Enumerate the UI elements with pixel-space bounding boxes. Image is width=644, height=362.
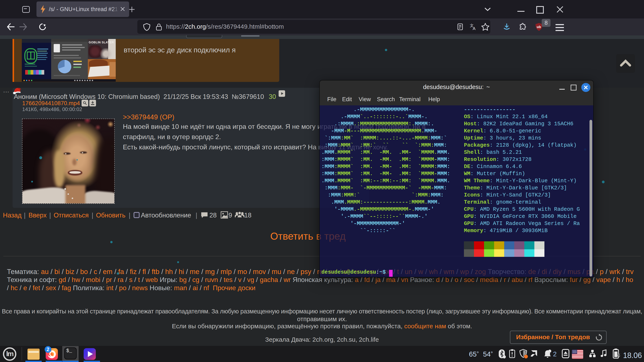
- svg-text:ub: ub: [537, 25, 541, 29]
- svg-text:A: A: [473, 26, 476, 31]
